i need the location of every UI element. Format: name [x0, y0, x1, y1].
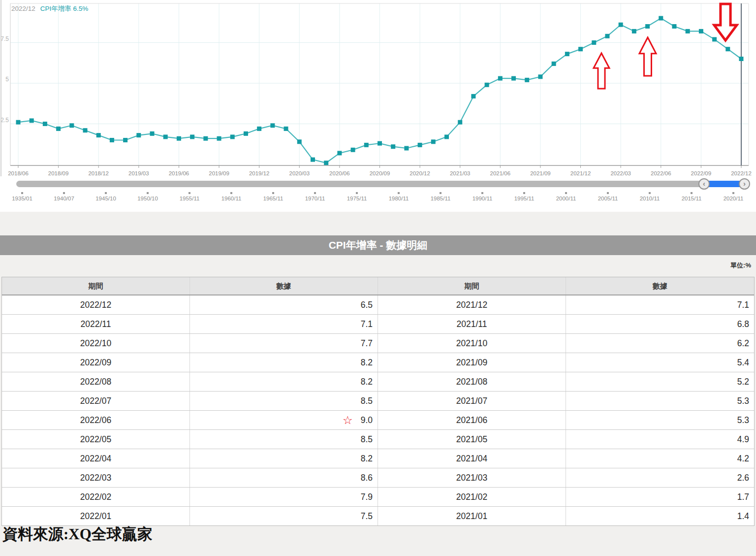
- red-star-icon: ☆: [343, 415, 353, 426]
- x-axis-tick-label: 2020/09: [370, 170, 390, 176]
- timeline-tick-dot: [440, 192, 441, 194]
- x-axis-tick-label: 2021/09: [530, 170, 551, 176]
- x-axis-tick-label: 2019/12: [249, 170, 270, 176]
- data-point-marker: [30, 118, 34, 123]
- period-cell: 2022/12: [2, 295, 190, 314]
- timeline-tick: 2000/11: [546, 192, 586, 201]
- value-text: 2.6: [737, 473, 749, 483]
- timeline-tick-dot: [314, 192, 316, 194]
- value-cell: 8.5: [190, 392, 378, 410]
- scrollbar-left-handle[interactable]: ‹: [698, 178, 710, 190]
- data-point-marker: [686, 29, 690, 33]
- timeline-tick: 1990/11: [463, 192, 502, 201]
- timeline-tick-dot: [147, 192, 149, 194]
- x-axis-tick-label: 2018/09: [48, 170, 69, 176]
- data-point-marker: [739, 57, 744, 61]
- period-cell: 2021/11: [378, 315, 566, 333]
- data-point-marker: [378, 141, 382, 146]
- x-axis-tick-label: 2022/09: [691, 170, 712, 176]
- value-text: 1.7: [737, 492, 749, 502]
- data-point-marker: [605, 34, 609, 38]
- data-point-marker: [56, 127, 61, 131]
- value-cell: 6.2: [566, 334, 754, 353]
- page: 2018/062018/092018/122019/032019/062019/…: [0, 0, 756, 556]
- value-cell: 7.1: [566, 295, 754, 314]
- value-text: 8.5: [361, 434, 373, 445]
- x-axis-tick-label: 2021/06: [490, 170, 511, 176]
- period-cell: 2022/07: [2, 392, 190, 410]
- value-cell: 1.4: [566, 507, 754, 525]
- timeline-tick-label: 2015/11: [672, 196, 711, 201]
- value-cell: ☆9.0: [190, 411, 378, 429]
- timeline-tick: 1965/11: [253, 192, 293, 201]
- table-row: 2022/098.22021/095.4: [2, 353, 754, 372]
- value-text: 8.2: [361, 377, 373, 387]
- value-cell: 8.6: [190, 468, 378, 487]
- timeline-tick-dot: [607, 192, 609, 194]
- value-cell: 5.2: [566, 372, 754, 391]
- scrollbar-right-handle[interactable]: ›: [739, 178, 750, 190]
- value-cell: 5.3: [566, 411, 754, 429]
- value-text: 7.7: [361, 338, 373, 349]
- timeline-tick-label: 1940/07: [44, 196, 84, 201]
- range-scrollbar-track[interactable]: [16, 181, 749, 187]
- timeline-tick-label: 2010/11: [630, 196, 669, 201]
- unit-label: 單位:%: [730, 261, 751, 270]
- period-cell: 2021/05: [378, 430, 566, 449]
- period-cell: 2022/08: [2, 372, 190, 391]
- data-point-marker: [565, 52, 569, 56]
- x-axis-tick-label: 2022/12: [731, 170, 752, 176]
- period-cell: 2021/01: [378, 507, 566, 525]
- value-text: 8.5: [361, 396, 373, 406]
- table-row: 2022/038.62021/032.6: [2, 468, 754, 488]
- value-cell: 4.2: [566, 449, 754, 468]
- y-axis-tick-label: 7.5: [0, 35, 9, 42]
- timeline-tick: 1940/07: [44, 192, 84, 201]
- value-cell: 2.6: [566, 468, 754, 487]
- y-axis-tick-label: 5: [5, 76, 9, 83]
- data-point-marker: [699, 29, 703, 33]
- data-point-marker: [632, 29, 636, 33]
- timeline-tick-label: 1935/01: [2, 196, 42, 201]
- timeline-tick: 2020/11: [714, 192, 753, 201]
- timeline-tick: 1950/10: [128, 192, 167, 201]
- data-point-marker: [538, 74, 542, 79]
- x-axis-tick-label: 2022/03: [610, 170, 631, 176]
- value-text: 6.2: [737, 338, 749, 349]
- period-cell: 2022/06: [2, 411, 190, 429]
- table-row: 2022/117.12021/116.8: [2, 315, 754, 334]
- timeline-tick-label: 1955/11: [170, 196, 209, 201]
- data-point-marker: [712, 37, 717, 41]
- data-point-marker: [163, 134, 168, 139]
- period-cell: 2021/08: [378, 372, 566, 391]
- table-header-cell: 數據: [190, 277, 378, 294]
- timeline-tick: 2015/11: [672, 192, 711, 201]
- timeline-tick-dot: [523, 192, 525, 194]
- timeline-tick: 1945/10: [86, 192, 126, 201]
- period-cell: 2022/02: [2, 488, 190, 506]
- x-axis-tick-label: 2020/03: [289, 170, 310, 176]
- data-point-marker: [83, 128, 88, 132]
- x-axis-tick-label: 2021/12: [570, 170, 591, 176]
- timeline-tick-label: 1970/11: [295, 196, 335, 201]
- data-point-marker: [351, 148, 355, 152]
- data-point-marker: [177, 136, 181, 141]
- table-row: 2022/088.22021/085.2: [2, 372, 754, 392]
- table-header-cell: 期間: [378, 277, 566, 294]
- value-text: 4.9: [737, 434, 749, 445]
- data-point-marker: [270, 123, 275, 128]
- value-cell: 7.1: [190, 315, 378, 333]
- value-cell: 7.9: [190, 488, 378, 506]
- data-point-marker: [203, 136, 208, 141]
- data-point-marker: [511, 76, 516, 81]
- detail-section: CPI年增率 - 數據明細 單位:% 期間數據期間數據2022/126.5202…: [0, 212, 756, 556]
- value-text: 5.4: [737, 358, 749, 368]
- period-cell: 2022/09: [2, 353, 190, 372]
- period-cell: 2021/12: [378, 295, 566, 314]
- data-point-marker: [672, 24, 676, 29]
- data-point-marker: [485, 83, 489, 87]
- data-point-marker: [364, 143, 369, 147]
- value-text: 5.2: [737, 377, 749, 387]
- period-cell: 2021/03: [378, 468, 566, 487]
- timeline-tick-dot: [272, 192, 274, 194]
